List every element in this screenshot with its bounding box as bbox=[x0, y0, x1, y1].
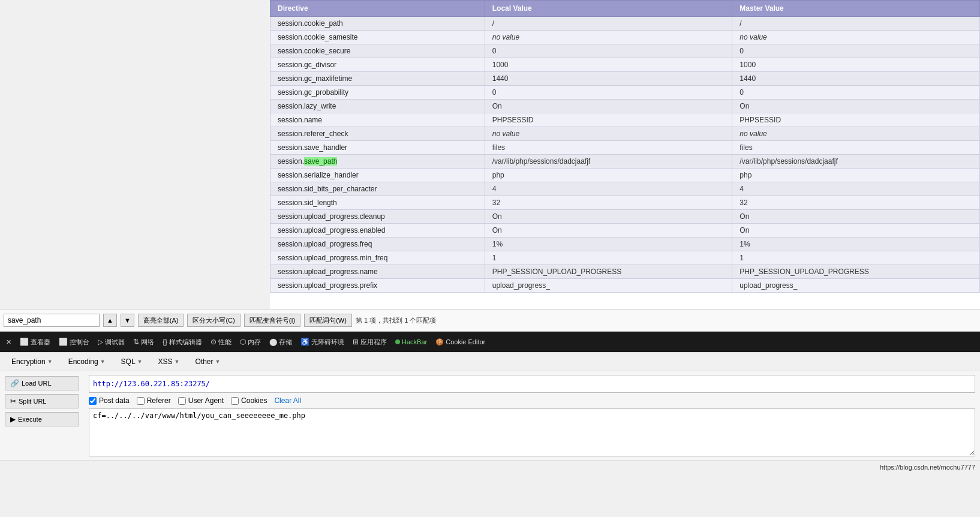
match-case-button[interactable]: 区分大小写(C) bbox=[187, 314, 240, 327]
local-value-cell: PHPSESSID bbox=[485, 113, 732, 127]
directive-cell: session.serialize_handler bbox=[270, 169, 485, 182]
referer-checkbox[interactable] bbox=[137, 397, 145, 405]
encryption-label: Encryption bbox=[11, 357, 46, 366]
directive-cell: session.sid_length bbox=[270, 196, 485, 210]
match-diacritic-button[interactable]: 匹配变音符号(I) bbox=[244, 314, 300, 327]
directive-cell: session.cookie_secure bbox=[270, 44, 485, 58]
post-data-textarea[interactable] bbox=[89, 408, 975, 456]
split-url-label: Split URL bbox=[19, 398, 46, 405]
other-label: Other bbox=[195, 357, 213, 366]
table-row: session.upload_progress.freq1%1% bbox=[270, 238, 980, 251]
close-devtools-icon: ✕ bbox=[6, 338, 11, 346]
devtools-style-editor[interactable]: {} 样式编辑器 bbox=[159, 335, 206, 349]
phpinfo-table-container: Directive Local Value Master Value sessi… bbox=[270, 0, 980, 309]
devtools-debugger[interactable]: ▷ 调试器 bbox=[94, 335, 128, 349]
table-row: session.sid_length3232 bbox=[270, 196, 980, 210]
sql-arrow-icon: ▼ bbox=[137, 359, 143, 365]
post-data-checkbox-label[interactable]: Post data bbox=[89, 396, 130, 405]
master-value-cell: 1% bbox=[732, 238, 980, 251]
directive-cell: session.sid_bits_per_character bbox=[270, 182, 485, 196]
devtools-cookie-editor[interactable]: 🍪 Cookie Editor bbox=[432, 336, 489, 348]
match-words-button[interactable]: 匹配词句(W) bbox=[304, 314, 352, 327]
find-input[interactable] bbox=[4, 314, 100, 327]
devtools-accessibility[interactable]: ♿ 无障碍环境 bbox=[297, 335, 348, 349]
master-value-cell: 1 bbox=[732, 251, 980, 265]
local-value-cell: 1% bbox=[485, 238, 732, 251]
table-row: session.upload_progress.min_freq11 bbox=[270, 251, 980, 265]
master-value-cell: 4 bbox=[732, 182, 980, 196]
local-value-cell: no value bbox=[485, 31, 732, 44]
other-menu[interactable]: Other ▼ bbox=[188, 355, 227, 368]
performance-label: 性能 bbox=[218, 338, 232, 347]
post-data-label: Post data bbox=[99, 396, 130, 405]
local-value-cell: On bbox=[485, 210, 732, 224]
sql-menu[interactable]: SQL ▼ bbox=[115, 355, 149, 368]
directive-cell: session.save_path bbox=[270, 155, 485, 169]
directive-cell: session.lazy_write bbox=[270, 100, 485, 113]
master-value-cell: /var/lib/php/sessions/dadcjaafjf bbox=[732, 155, 980, 169]
devtools-storage[interactable]: ⬤ 存储 bbox=[266, 335, 296, 349]
console-icon: ⬜ bbox=[59, 338, 68, 346]
local-value-cell: On bbox=[485, 100, 732, 113]
hackbar-menu: Encryption ▼ Encoding ▼ SQL ▼ XSS ▼ Othe… bbox=[0, 353, 980, 371]
directive-cell: session.upload_progress.cleanup bbox=[270, 210, 485, 224]
status-bar: https://blog.csdn.net/mochu7777 bbox=[0, 460, 980, 473]
hackbar-buttons-panel: 🔗 Load URL ✂ Split URL ▶ Execute bbox=[0, 371, 84, 460]
hackbar-panel: Encryption ▼ Encoding ▼ SQL ▼ XSS ▼ Othe… bbox=[0, 352, 980, 460]
master-value-cell: PHP_SESSION_UPLOAD_PROGRESS bbox=[732, 265, 980, 279]
split-url-button[interactable]: ✂ Split URL bbox=[5, 394, 79, 408]
table-row: session.gc_maxlifetime14401440 bbox=[270, 72, 980, 86]
col-local-value: Local Value bbox=[485, 1, 732, 17]
table-row: session.cookie_path// bbox=[270, 17, 980, 31]
devtools-console[interactable]: ⬜ 控制台 bbox=[55, 335, 93, 349]
storage-icon: ⬤ bbox=[269, 338, 277, 346]
xss-menu[interactable]: XSS ▼ bbox=[152, 355, 187, 368]
highlight-all-button[interactable]: 高亮全部(A) bbox=[138, 314, 184, 327]
accessibility-label: 无障碍环境 bbox=[311, 338, 344, 347]
master-value-cell: no value bbox=[732, 31, 980, 44]
find-next-button[interactable]: ▼ bbox=[121, 314, 134, 327]
load-url-label: Load URL bbox=[22, 380, 52, 387]
user-agent-checkbox[interactable] bbox=[178, 397, 186, 405]
devtools-hackbar[interactable]: HackBar bbox=[392, 336, 431, 348]
find-prev-button[interactable]: ▲ bbox=[103, 314, 117, 327]
network-label: 网络 bbox=[141, 338, 154, 347]
devtools-network[interactable]: ⇅ 网络 bbox=[130, 335, 158, 349]
other-arrow-icon: ▼ bbox=[215, 359, 220, 365]
dev-toolbar: ✕ ⬜ 查看器 ⬜ 控制台 ▷ 调试器 ⇅ 网络 {} 样式编辑器 ⊙ 性能 ⬡… bbox=[0, 332, 980, 352]
hackbar-url-input[interactable] bbox=[89, 375, 975, 393]
encryption-arrow-icon: ▼ bbox=[47, 359, 53, 365]
viewer-label: 查看器 bbox=[31, 338, 50, 347]
devtools-application[interactable]: ⊞ 应用程序 bbox=[349, 335, 390, 349]
local-value-cell: 1000 bbox=[485, 58, 732, 72]
master-value-cell: files bbox=[732, 141, 980, 155]
master-value-cell: 0 bbox=[732, 86, 980, 100]
encoding-arrow-icon: ▼ bbox=[100, 359, 106, 365]
table-row: session.upload_progress.cleanupOnOn bbox=[270, 210, 980, 224]
execute-icon: ▶ bbox=[10, 415, 16, 423]
encryption-menu[interactable]: Encryption ▼ bbox=[5, 355, 59, 368]
directive-cell: session.save_handler bbox=[270, 141, 485, 155]
directive-cell: session.referer_check bbox=[270, 127, 485, 141]
accessibility-icon: ♿ bbox=[300, 338, 309, 346]
hackbar-main-area: Post data Referer User Agent Cookies Cle… bbox=[84, 371, 980, 460]
cookies-checkbox[interactable] bbox=[231, 397, 239, 405]
devtools-inspector-close[interactable]: ✕ bbox=[2, 336, 15, 348]
devtools-viewer[interactable]: ⬜ 查看器 bbox=[16, 335, 54, 349]
devtools-memory[interactable]: ⬡ 内存 bbox=[236, 335, 264, 349]
devtools-performance[interactable]: ⊙ 性能 bbox=[207, 335, 235, 349]
table-row: session.upload_progress.enabledOnOn bbox=[270, 224, 980, 238]
encoding-menu[interactable]: Encoding ▼ bbox=[62, 355, 112, 368]
clear-all-link[interactable]: Clear All bbox=[274, 396, 301, 405]
hackbar-checkboxes: Post data Referer User Agent Cookies Cle… bbox=[89, 396, 975, 405]
local-value-cell: 4 bbox=[485, 182, 732, 196]
load-url-button[interactable]: 🔗 Load URL bbox=[5, 376, 79, 390]
referer-checkbox-label[interactable]: Referer bbox=[137, 396, 171, 405]
network-icon: ⇅ bbox=[133, 338, 139, 346]
directive-cell: session.gc_divisor bbox=[270, 58, 485, 72]
directive-cell: session.cookie_samesite bbox=[270, 31, 485, 44]
post-data-checkbox[interactable] bbox=[89, 397, 97, 405]
user-agent-checkbox-label[interactable]: User Agent bbox=[178, 396, 224, 405]
execute-button[interactable]: ▶ Execute bbox=[5, 412, 79, 426]
cookies-checkbox-label[interactable]: Cookies bbox=[231, 396, 267, 405]
